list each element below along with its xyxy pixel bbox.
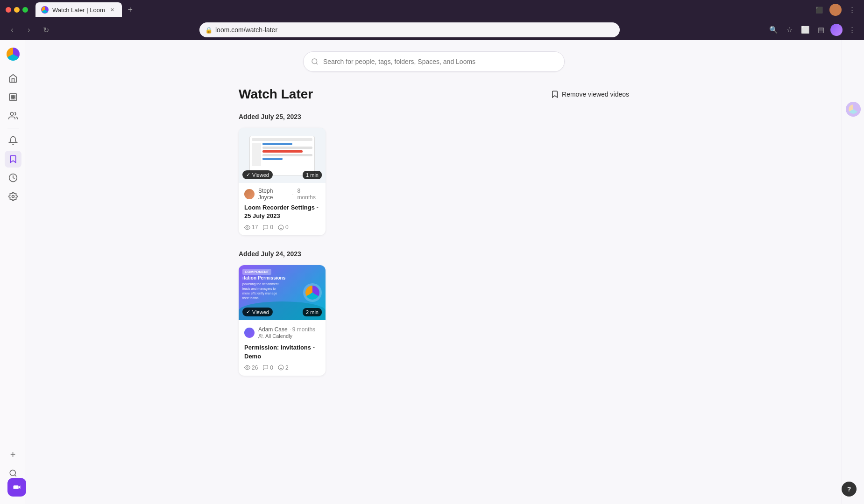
time-ago-2: 9 months — [292, 326, 315, 333]
sidebar-divider — [7, 128, 19, 128]
sidebar-item-watch-later[interactable] — [5, 151, 21, 168]
browser-menu-button[interactable]: ⋮ — [845, 3, 858, 16]
search-browser-button[interactable]: 🔍 — [767, 23, 780, 36]
comments-icon-2 — [262, 364, 269, 371]
svg-point-16 — [259, 334, 261, 336]
secure-icon: 🔒 — [205, 27, 212, 34]
svg-point-8 — [10, 470, 15, 476]
thumb2-loom-circle — [303, 283, 322, 302]
svg-marker-22 — [19, 485, 21, 489]
video-stats-1: 17 0 0 — [244, 224, 320, 231]
help-button[interactable]: ? — [842, 482, 857, 497]
sidebar: + A — [0, 40, 26, 504]
maximize-dot[interactable] — [22, 7, 28, 13]
svg-rect-3 — [11, 98, 12, 99]
remove-viewed-button[interactable]: Remove viewed videos — [551, 90, 629, 98]
comments-icon — [262, 224, 269, 231]
svg-point-5 — [10, 112, 14, 116]
right-panel — [842, 40, 864, 504]
svg-point-13 — [278, 225, 283, 230]
tab-close-button[interactable]: ✕ — [109, 6, 116, 14]
sidebar-item-recent[interactable] — [5, 169, 21, 186]
remove-viewed-label: Remove viewed videos — [562, 91, 629, 98]
comments-stat-2: 0 — [262, 364, 273, 371]
user-avatar-browser[interactable] — [830, 24, 843, 36]
sidebar-item-settings[interactable] — [5, 188, 21, 205]
views-stat-2: 26 — [244, 364, 258, 371]
author-avatar-1 — [244, 189, 255, 199]
sidebar-item-notifications[interactable] — [5, 132, 21, 149]
search-bar[interactable] — [303, 51, 565, 72]
tab-title: Watch Later | Loom — [52, 7, 105, 14]
extensions-button[interactable]: ⬛ — [813, 3, 826, 16]
chrome-menu-button[interactable]: ⋮ — [845, 23, 858, 36]
record-icon — [13, 483, 21, 491]
address-bar-row: ‹ › ↻ 🔒 loom.com/watch-later 🔍 ☆ ⬜ ▤ ⋮ — [0, 20, 864, 40]
video-title-2[interactable]: Permission: Invitations - Demo — [244, 343, 320, 360]
views-icon — [244, 224, 250, 231]
search-container — [239, 51, 629, 72]
svg-point-7 — [12, 196, 14, 198]
video-meta-2: Adam Case · 9 months All Calendly — [244, 325, 320, 341]
video-stats-2: 26 0 2 — [244, 364, 320, 371]
bookmark-button[interactable]: ☆ — [783, 23, 796, 36]
duration-badge-1: 1 min — [303, 171, 322, 179]
author-name-2: Adam Case — [258, 326, 288, 333]
sidebar-loom-logo[interactable] — [5, 46, 21, 63]
svg-rect-21 — [14, 485, 19, 489]
refresh-button[interactable]: ↻ — [39, 23, 52, 36]
page-title: Watch Later — [239, 87, 313, 102]
svg-point-18 — [278, 365, 283, 370]
browser-profile[interactable] — [829, 4, 842, 16]
video-card-2: COMPONENT itation Permissions powering t… — [239, 265, 326, 375]
record-button[interactable] — [7, 478, 26, 497]
video-thumbnail-1[interactable]: ✓ Viewed 1 min — [239, 128, 326, 183]
author-avatar-2 — [244, 328, 255, 338]
reactions-stat-1: 0 — [278, 224, 289, 231]
search-input[interactable] — [323, 58, 557, 65]
video-title-1[interactable]: Loom Recorder Settings - 25 July 2023 — [244, 203, 320, 220]
video-info-1: Steph Joyce · 8 months Loom Recorder Set… — [239, 183, 326, 235]
video-thumbnail-2[interactable]: COMPONENT itation Permissions powering t… — [239, 265, 326, 320]
reactions-stat-2: 2 — [278, 364, 289, 371]
video-info-2: Adam Case · 9 months All Calendly Permis… — [239, 320, 326, 375]
svg-point-12 — [247, 227, 248, 228]
sidebar-item-people[interactable] — [5, 107, 21, 124]
sidebar-add-button[interactable]: + — [5, 446, 21, 463]
sidebar-item-my-videos[interactable] — [5, 89, 21, 105]
svg-line-11 — [316, 63, 318, 64]
browser-chrome: Watch Later | Loom ✕ + ⬛ ⋮ — [0, 0, 864, 20]
svg-rect-4 — [13, 98, 14, 99]
sidebar-toggle[interactable]: ▤ — [814, 23, 828, 36]
new-tab-button[interactable]: + — [124, 3, 137, 16]
search-icon — [311, 58, 319, 65]
sidebar-item-home[interactable] — [5, 70, 21, 87]
video-card-1: ✓ Viewed 1 min Steph Joyce · 8 months Lo… — [239, 128, 326, 235]
views-icon-2 — [244, 364, 250, 371]
section-date-1: Added July 25, 2023 — [239, 113, 629, 120]
svg-line-9 — [14, 475, 16, 476]
tab-favicon — [41, 6, 49, 14]
svg-point-17 — [247, 367, 248, 368]
forward-button[interactable]: › — [22, 23, 35, 36]
close-dot[interactable] — [6, 7, 11, 13]
extensions-area[interactable]: ⬜ — [799, 23, 812, 36]
content-inner: Watch Later Remove viewed videos Added J… — [224, 40, 644, 402]
thumb2-title: itation Permissions — [242, 275, 285, 280]
views-stat-1: 17 — [244, 224, 258, 231]
section-date-2: Added July 24, 2023 — [239, 250, 629, 258]
back-button[interactable]: ‹ — [6, 23, 19, 36]
thumb2-body: powering the department leads and manage… — [242, 282, 280, 300]
reactions-icon — [278, 224, 284, 231]
tab-bar: Watch Later | Loom ✕ + — [35, 2, 445, 17]
org-tag-2: All Calendly — [258, 333, 315, 339]
viewed-badge-2: ✓ Viewed — [242, 308, 273, 316]
svg-rect-2 — [13, 95, 14, 97]
loom-watermark — [846, 102, 861, 117]
address-bar[interactable]: 🔒 loom.com/watch-later — [199, 22, 620, 37]
author-name-1: Steph Joyce — [258, 188, 289, 201]
sidebar-top — [5, 46, 21, 444]
window-controls — [6, 7, 28, 13]
active-tab[interactable]: Watch Later | Loom ✕ — [35, 2, 122, 17]
minimize-dot[interactable] — [14, 7, 20, 13]
